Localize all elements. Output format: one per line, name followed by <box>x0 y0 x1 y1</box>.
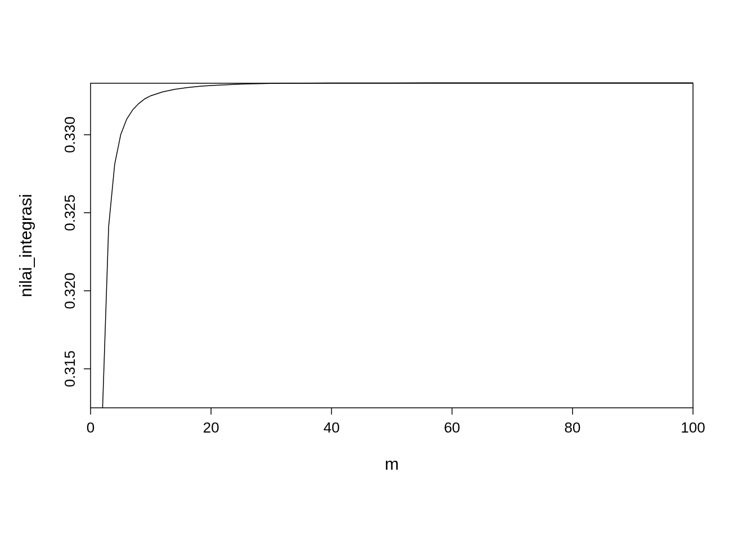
x-tick-label: 0 <box>87 419 94 436</box>
x-tick-label: 40 <box>323 419 340 436</box>
data-series-line <box>102 83 693 408</box>
y-axis-label: nilai_integrasi <box>16 194 35 297</box>
line-chart: 020406080100 0.3150.3200.3250.330 m nila… <box>0 0 756 540</box>
x-axis-label: m <box>385 454 399 473</box>
y-tick-label: 0.325 <box>61 195 78 231</box>
x-axis-ticks: 020406080100 <box>87 408 705 436</box>
y-axis-ticks: 0.3150.3200.3250.330 <box>61 116 91 387</box>
y-tick-label: 0.320 <box>61 272 78 309</box>
chart-container: 020406080100 0.3150.3200.3250.330 m nila… <box>0 0 756 540</box>
x-tick-label: 60 <box>444 419 460 436</box>
y-tick-label: 0.315 <box>61 350 78 387</box>
x-tick-label: 80 <box>564 419 580 436</box>
y-tick-label: 0.330 <box>61 116 78 153</box>
x-tick-label: 100 <box>681 419 705 436</box>
x-tick-label: 20 <box>203 419 219 436</box>
plot-frame <box>91 83 693 408</box>
